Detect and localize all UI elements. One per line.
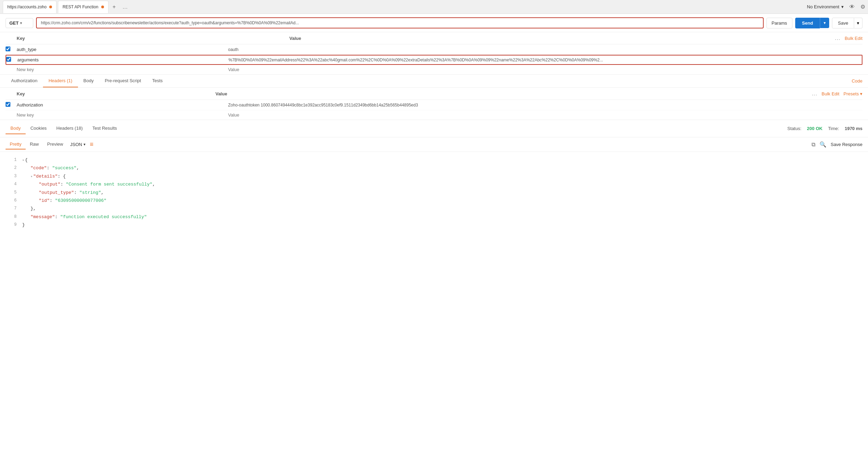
response-tab-test-results[interactable]: Test Results (87, 123, 122, 134)
tab-headers[interactable]: Headers (1) (43, 75, 78, 87)
line-content-7: }, (22, 205, 862, 213)
line-num-9: 9 (6, 221, 17, 229)
headers-bulk-edit-button[interactable]: Bulk Edit (822, 91, 839, 96)
param-row-auth-type: auth_type oauth (6, 44, 862, 55)
search-icon[interactable]: 🔍 (819, 141, 826, 148)
param-value-1: oauth (228, 47, 862, 52)
json-line-8: 8 "message": "function executed successf… (6, 213, 862, 221)
new-param-key-input[interactable] (17, 67, 228, 72)
format-tab-raw[interactable]: Raw (26, 139, 43, 149)
format-tab-pretty[interactable]: Pretty (6, 139, 26, 149)
new-param-value-input[interactable] (228, 67, 862, 72)
environment-selector[interactable]: No Environment ▾ (807, 4, 844, 9)
header-checkbox-1[interactable] (6, 102, 10, 107)
add-tab-button[interactable]: + (110, 2, 119, 11)
send-button[interactable]: Send (795, 18, 820, 28)
param-check-1 (6, 46, 17, 52)
params-section: Key Value ... Bulk Edit auth_type oauth … (0, 32, 868, 75)
param-checkbox-1[interactable] (6, 46, 10, 51)
tab-body[interactable]: Body (78, 75, 99, 87)
main-content: GET ▾ Params Send ▾ Save ▾ Key Value ...… (0, 14, 868, 463)
save-button[interactable]: Save (832, 18, 854, 28)
line-num-2: 2 (6, 164, 17, 172)
headers-key-header: Key (17, 91, 215, 96)
json-line-7: 7 }, (6, 205, 862, 213)
headers-section: Key Value ... Bulk Edit Presets ▾ Author… (0, 88, 868, 120)
method-chevron-icon: ▾ (20, 21, 22, 25)
eye-icon[interactable]: 👁 (849, 4, 855, 10)
code-link[interactable]: Code (852, 78, 862, 84)
tab-label-1: https://accounts.zoho (7, 5, 46, 9)
url-bar: GET ▾ Params Send ▾ Save ▾ (0, 14, 868, 32)
line-num-3: 3 (6, 172, 17, 180)
url-input[interactable] (36, 17, 764, 28)
save-button-group: Save ▾ (832, 18, 862, 28)
tab-pre-request-script[interactable]: Pre-request Script (99, 75, 147, 87)
response-tab-body[interactable]: Body (6, 123, 26, 134)
tab-label-2: REST API Function (62, 5, 98, 9)
json-line-2: 2 "code": "success", (6, 164, 862, 172)
send-dropdown-button[interactable]: ▾ (820, 18, 829, 28)
response-tab-headers[interactable]: Headers (18) (52, 123, 88, 134)
format-chevron-icon: ▾ (84, 142, 86, 147)
headers-more-button[interactable]: ... (812, 91, 817, 97)
json-line-5: 5 "output_type": "string", (6, 189, 862, 197)
line-content-6: "id": "63095000000077006" (22, 197, 862, 205)
status-value: 200 OK (807, 126, 823, 131)
tab-bar-left: https://accounts.zoho REST API Function … (3, 1, 131, 13)
params-bulk-edit-button[interactable]: Bulk Edit (845, 36, 862, 41)
wrap-icon[interactable]: ≡ (90, 141, 94, 148)
header-key-1: Authorization (17, 102, 228, 108)
response-format-bar: Pretty Raw Preview JSON ▾ ≡ ⧉ 🔍 Save Res… (0, 137, 868, 152)
request-tabs: Authorization Headers (1) Body Pre-reque… (0, 75, 868, 88)
method-selector[interactable]: GET ▾ (6, 18, 33, 28)
params-key-header: Key (17, 36, 289, 41)
new-header-row (6, 110, 862, 120)
param-key-1: auth_type (17, 47, 228, 52)
param-key-2: arguments (17, 57, 228, 62)
gear-icon[interactable]: ⚙ (860, 3, 865, 10)
headers-actions: ... Bulk Edit Presets ▾ (812, 91, 862, 97)
format-tab-preview[interactable]: Preview (43, 139, 67, 149)
params-button[interactable]: Params (766, 18, 792, 28)
new-header-key-input[interactable] (17, 112, 228, 118)
tab-dot-1 (49, 6, 52, 8)
new-header-value-input[interactable] (228, 112, 862, 118)
copy-icon[interactable]: ⧉ (811, 142, 815, 148)
fold-arrow-1[interactable]: ▾ (22, 158, 24, 162)
save-response-button[interactable]: Save Response (831, 142, 862, 147)
param-check-2 (6, 57, 17, 63)
more-tabs-button[interactable]: ... (120, 3, 131, 11)
status-label: Status: (787, 126, 801, 131)
param-checkbox-2[interactable] (6, 57, 11, 62)
line-num-5: 5 (6, 189, 17, 197)
time-value: 1970 ms (845, 126, 862, 131)
params-header: Key Value ... Bulk Edit (6, 32, 862, 44)
json-line-6: 6 "id": "63095000000077006" (6, 197, 862, 205)
save-dropdown-button[interactable]: ▾ (854, 18, 862, 28)
tab-rest-api[interactable]: REST API Function (58, 1, 108, 13)
line-num-7: 7 (6, 205, 17, 213)
params-actions: ... Bulk Edit (835, 35, 862, 41)
send-button-group: Send ▾ (795, 18, 830, 28)
response-bar: Body Cookies Headers (18) Test Results S… (0, 120, 868, 137)
json-line-4: 4 "output": "Consent form sent successfu… (6, 180, 862, 188)
format-type-selector[interactable]: JSON ▾ (70, 142, 86, 147)
tab-accounts-zoho[interactable]: https://accounts.zoho (3, 1, 57, 13)
header-value-1: Zoho-oauthtoken 1000.8607494449c8bc1e392… (228, 103, 862, 108)
params-more-button[interactable]: ... (835, 35, 840, 41)
line-num-1: 1 (6, 156, 17, 164)
method-label: GET (9, 20, 19, 26)
headers-presets-button[interactable]: Presets ▾ (843, 91, 862, 96)
fold-arrow-3[interactable]: ▾ (31, 175, 33, 179)
response-tab-cookies[interactable]: Cookies (26, 123, 52, 134)
json-line-9: 9 } (6, 221, 862, 229)
line-content-8: "message": "function executed successful… (22, 213, 862, 221)
tab-tests[interactable]: Tests (147, 75, 168, 87)
line-content-3: ▾"details": { (22, 172, 862, 180)
json-viewer: 1 ▾{ 2 "code": "success", 3 ▾"details": … (0, 152, 868, 233)
line-num-8: 8 (6, 213, 17, 221)
line-content-2: "code": "success", (22, 164, 862, 172)
tab-authorization[interactable]: Authorization (6, 75, 43, 87)
headers-value-header: Value (215, 91, 811, 96)
